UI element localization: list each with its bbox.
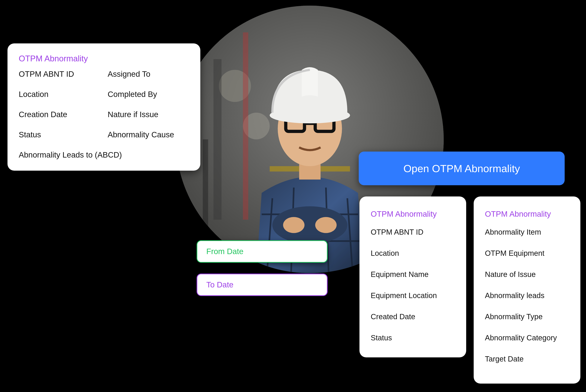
sub2-field-otpm-equipment: OTPM Equipment xyxy=(485,249,569,258)
svg-point-21 xyxy=(270,107,350,123)
svg-rect-3 xyxy=(203,140,208,246)
otpm-abnormality-card: OTPM Abnormality OTPM ABNT ID Assigned T… xyxy=(8,44,200,171)
field-nature-if-issue: Nature if Issue xyxy=(108,110,189,119)
field-abnormality-leads-to: Abnormality Leads to (ABCD) xyxy=(19,150,189,160)
to-date-label: To Date xyxy=(206,280,233,289)
field-status: Status xyxy=(19,130,100,139)
sub2-field-nature-of-issue: Nature of Issue xyxy=(485,270,569,278)
field-location: Location xyxy=(19,90,100,99)
otpm-abnormality-subcard-2: OTPM Abnormality Abnormality Item OTPM E… xyxy=(474,196,580,384)
sub2-field-abnormality-category: Abnormality Category xyxy=(485,334,569,342)
sub1-field-status: Status xyxy=(371,334,455,342)
sub1-field-location: Location xyxy=(371,249,455,258)
field-abnormality-cause: Abnormality Cause xyxy=(108,130,189,139)
otpm-abnormality-subcard-1: OTPM Abnormality OTPM ABNT ID Location E… xyxy=(359,196,466,358)
banner-label: Open OTPM Abnormality xyxy=(403,162,520,174)
to-date-input[interactable]: To Date xyxy=(197,274,328,296)
from-date-label: From Date xyxy=(206,247,243,256)
sub1-field-created-date: Created Date xyxy=(371,312,455,321)
field-assigned-to: Assigned To xyxy=(108,70,189,78)
svg-rect-4 xyxy=(213,59,222,220)
from-date-input[interactable]: From Date xyxy=(197,240,328,263)
subcard-1-title: OTPM Abnormality xyxy=(371,210,455,218)
sub1-field-otpm-abnt-id: OTPM ABNT ID xyxy=(371,228,455,236)
sub1-field-equipment-location: Equipment Location xyxy=(371,291,455,300)
sub2-field-abnormality-type: Abnormality Type xyxy=(485,312,569,321)
svg-rect-5 xyxy=(243,32,248,220)
field-creation-date: Creation Date xyxy=(19,110,100,119)
card-title: OTPM Abnormality xyxy=(19,54,189,63)
sub2-field-target-date: Target Date xyxy=(485,355,569,363)
field-completed-by: Completed By xyxy=(108,90,189,99)
sub1-field-equipment-name: Equipment Name xyxy=(371,270,455,278)
subcard-2-title: OTPM Abnormality xyxy=(485,210,569,218)
svg-point-15 xyxy=(315,217,337,233)
sub2-field-abnormality-leads: Abnormality leads xyxy=(485,291,569,300)
sub2-field-abnormality-item: Abnormality Item xyxy=(485,228,569,236)
open-otpm-abnormality-button[interactable]: Open OTPM Abnormality xyxy=(359,152,565,185)
field-otpm-abnt-id: OTPM ABNT ID xyxy=(19,70,100,78)
svg-point-14 xyxy=(283,217,304,233)
